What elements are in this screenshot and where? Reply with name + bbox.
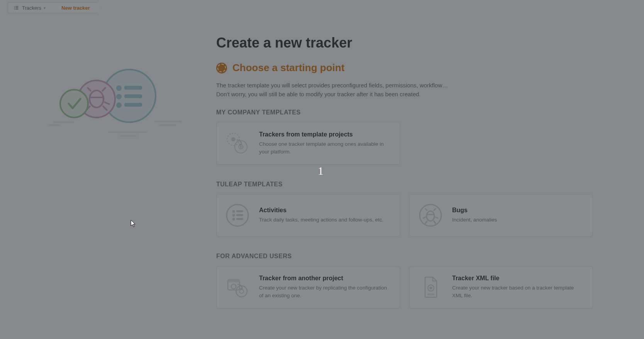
card-xml-file[interactable]: Tracker XML file Create your new tracker… (409, 266, 593, 308)
list-icon (14, 5, 19, 10)
svg-rect-29 (228, 279, 239, 282)
breadcrumb-new-tracker[interactable]: New tracker (53, 2, 97, 13)
svg-point-17 (231, 137, 236, 141)
svg-rect-21 (236, 210, 243, 212)
svg-rect-13 (158, 124, 176, 126)
step-badge-icon (216, 63, 227, 73)
chevron-down-icon: ▾ (44, 6, 46, 10)
svg-point-5 (116, 102, 122, 108)
svg-point-26 (420, 204, 441, 226)
svg-point-1 (116, 85, 122, 91)
svg-rect-11 (49, 124, 60, 126)
template-project-icon (225, 131, 250, 156)
step-header: Choose a starting point (216, 62, 593, 74)
cursor-icon (130, 220, 136, 227)
card-activities[interactable]: Activities Track daily tasks, meeting ac… (216, 194, 400, 237)
card-another-project[interactable]: Tracker from another project Create your… (216, 266, 400, 308)
section-advanced-heading: FOR ADVANCED USERS (216, 253, 593, 260)
card-bugs-title: Bugs (452, 207, 497, 214)
breadcrumb-trackers[interactable]: Trackers ▾ (8, 2, 53, 13)
tour-step-number: 1 (318, 164, 324, 177)
svg-point-33 (430, 286, 432, 289)
svg-point-24 (232, 218, 235, 220)
card-bugs-desc: Incident, anomalies (452, 216, 497, 224)
tracker-illustration (46, 66, 193, 143)
svg-point-9 (60, 90, 88, 118)
intro-line-2: Don't worry, you will still be able to m… (216, 90, 486, 99)
activities-icon (225, 203, 250, 228)
page-title: Create a new tracker (216, 35, 593, 51)
svg-rect-10 (53, 121, 74, 123)
svg-rect-25 (236, 218, 243, 220)
card-bugs[interactable]: Bugs Incident, anomalies (409, 194, 593, 237)
card-xml-desc: Create your new tracker based on a track… (452, 284, 584, 299)
svg-rect-23 (236, 214, 243, 216)
svg-rect-14 (108, 131, 147, 133)
card-activities-title: Activities (259, 207, 383, 214)
step-title: Choose a starting point (232, 62, 344, 74)
svg-rect-6 (124, 103, 142, 107)
section-tuleap-heading: TULEAP TEMPLATES (216, 181, 593, 188)
svg-point-30 (231, 284, 236, 289)
card-activities-desc: Track daily tasks, meeting actions and f… (259, 216, 383, 224)
duplicate-project-icon (225, 275, 250, 300)
svg-point-3 (116, 94, 122, 99)
app-root: Trackers ▾ New tracker (0, 0, 644, 339)
intro-text: The tracker template you will select pro… (216, 81, 486, 99)
svg-rect-2 (124, 86, 142, 90)
section-company-heading: MY COMPANY TEMPLATES (216, 109, 593, 116)
card-company-title: Trackers from template projects (259, 131, 391, 138)
svg-rect-34 (427, 293, 434, 295)
svg-point-20 (232, 210, 235, 213)
bug-icon (418, 203, 443, 228)
svg-rect-15 (120, 135, 137, 136)
breadcrumb-new-tracker-label: New tracker (61, 5, 90, 11)
svg-rect-12 (154, 121, 181, 122)
card-company-template[interactable]: Trackers from template projects Choose o… (216, 122, 400, 165)
intro-line-1: The tracker template you will select pro… (216, 81, 486, 90)
svg-point-27 (427, 211, 434, 221)
breadcrumb-trackers-label: Trackers (22, 5, 41, 11)
card-xml-title: Tracker XML file (452, 275, 584, 282)
card-another-desc: Create your new tracker by replicating t… (259, 284, 391, 299)
svg-rect-4 (124, 94, 142, 98)
svg-point-22 (232, 214, 235, 216)
card-company-desc: Choose one tracker template among ones a… (259, 140, 391, 155)
card-another-title: Tracker from another project (259, 275, 391, 282)
xml-file-icon (418, 275, 443, 300)
breadcrumb: Trackers ▾ New tracker (8, 2, 97, 14)
create-tracker-stage: Create a new tracker Choose a starting p… (216, 35, 593, 308)
